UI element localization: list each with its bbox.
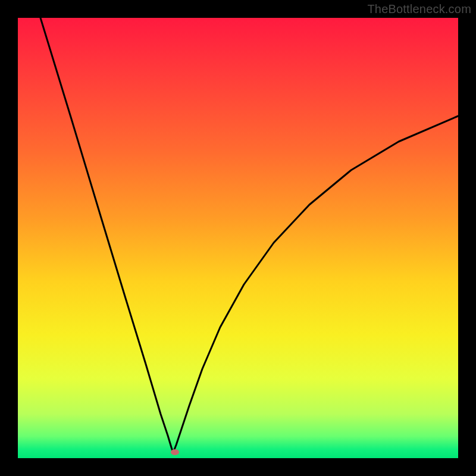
curve-svg — [18, 18, 458, 458]
chart-frame: TheBottleneck.com — [0, 0, 476, 476]
bottleneck-curve — [40, 18, 458, 451]
plot-area — [18, 18, 458, 458]
optimum-marker — [171, 449, 179, 455]
attribution-text: TheBottleneck.com — [367, 2, 471, 16]
